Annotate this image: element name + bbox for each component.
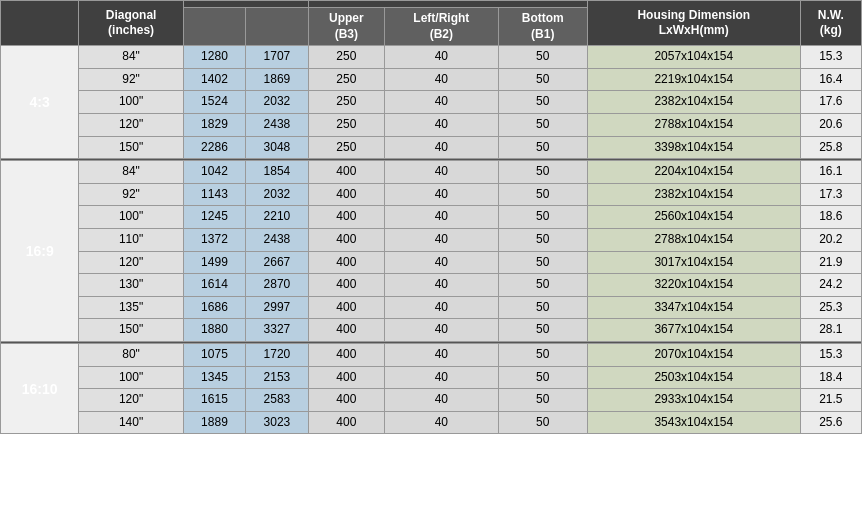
width-cell: 2438	[246, 113, 308, 136]
housing-cell: 3347x104x154	[587, 296, 800, 319]
diagonal-cell: 80"	[79, 343, 183, 366]
nw-cell: 16.1	[800, 161, 861, 184]
upper-cell: 400	[308, 343, 384, 366]
table-row: 120"1615258340040502933x104x15421.5	[1, 389, 862, 412]
upper-cell: 400	[308, 296, 384, 319]
lr-cell: 40	[385, 274, 499, 297]
height-cell: 1829	[183, 113, 245, 136]
housing-cell: 2382x104x154	[587, 183, 800, 206]
table-row: 110"1372243840040502788x104x15420.2	[1, 228, 862, 251]
housing-cell: 2219x104x154	[587, 68, 800, 91]
header-viewing-area	[183, 1, 308, 8]
table-row: 140"1889302340040503543x104x15425.6	[1, 411, 862, 434]
housing-cell: 2788x104x154	[587, 228, 800, 251]
table-row: 150"2286304825040503398x104x15425.8	[1, 136, 862, 159]
lr-cell: 40	[385, 113, 499, 136]
lr-cell: 40	[385, 68, 499, 91]
lr-cell: 40	[385, 228, 499, 251]
height-cell: 1880	[183, 319, 245, 342]
diagonal-cell: 150"	[79, 136, 183, 159]
spec-table: Diagonal(inches) Housing DimensionLxWxH(…	[0, 0, 862, 434]
upper-cell: 400	[308, 319, 384, 342]
header-diagonal: Diagonal(inches)	[79, 1, 183, 46]
bottom-cell: 50	[498, 136, 587, 159]
header-format	[1, 1, 79, 46]
table-row: 120"1499266740040503017x104x15421.9	[1, 251, 862, 274]
diagonal-cell: 100"	[79, 91, 183, 114]
width-cell: 2438	[246, 228, 308, 251]
upper-cell: 400	[308, 161, 384, 184]
bottom-cell: 50	[498, 228, 587, 251]
housing-cell: 2204x104x154	[587, 161, 800, 184]
bottom-cell: 50	[498, 274, 587, 297]
header-upper: Upper(B3)	[308, 8, 384, 46]
table-row: 120"1829243825040502788x104x15420.6	[1, 113, 862, 136]
table-row: 16:984"1042185440040502204x104x15416.1	[1, 161, 862, 184]
nw-cell: 24.2	[800, 274, 861, 297]
width-cell: 2210	[246, 206, 308, 229]
lr-cell: 40	[385, 206, 499, 229]
height-cell: 1143	[183, 183, 245, 206]
width-cell: 2997	[246, 296, 308, 319]
nw-cell: 21.9	[800, 251, 861, 274]
lr-cell: 40	[385, 251, 499, 274]
header-housing: Housing DimensionLxWxH(mm)	[587, 1, 800, 46]
height-cell: 1245	[183, 206, 245, 229]
housing-cell: 3220x104x154	[587, 274, 800, 297]
lr-cell: 40	[385, 136, 499, 159]
housing-cell: 2382x104x154	[587, 91, 800, 114]
width-cell: 1869	[246, 68, 308, 91]
nw-cell: 20.2	[800, 228, 861, 251]
bottom-cell: 50	[498, 296, 587, 319]
height-cell: 1524	[183, 91, 245, 114]
bottom-cell: 50	[498, 343, 587, 366]
nw-cell: 25.8	[800, 136, 861, 159]
housing-cell: 2057x104x154	[587, 46, 800, 69]
upper-cell: 400	[308, 228, 384, 251]
diagonal-cell: 120"	[79, 113, 183, 136]
upper-cell: 250	[308, 136, 384, 159]
lr-cell: 40	[385, 411, 499, 434]
header-nw: N.W.(kg)	[800, 1, 861, 46]
diagonal-cell: 130"	[79, 274, 183, 297]
lr-cell: 40	[385, 366, 499, 389]
header-black-border	[308, 1, 587, 8]
height-cell: 1345	[183, 366, 245, 389]
height-cell: 1372	[183, 228, 245, 251]
nw-cell: 21.5	[800, 389, 861, 412]
nw-cell: 15.3	[800, 46, 861, 69]
bottom-cell: 50	[498, 183, 587, 206]
upper-cell: 400	[308, 183, 384, 206]
diagonal-cell: 150"	[79, 319, 183, 342]
diagonal-cell: 84"	[79, 161, 183, 184]
nw-cell: 28.1	[800, 319, 861, 342]
diagonal-cell: 120"	[79, 389, 183, 412]
upper-cell: 400	[308, 389, 384, 412]
diagonal-cell: 140"	[79, 411, 183, 434]
bottom-cell: 50	[498, 206, 587, 229]
nw-cell: 20.6	[800, 113, 861, 136]
nw-cell: 16.4	[800, 68, 861, 91]
upper-cell: 400	[308, 274, 384, 297]
diagonal-cell: 110"	[79, 228, 183, 251]
diagonal-cell: 135"	[79, 296, 183, 319]
bottom-cell: 50	[498, 91, 587, 114]
height-cell: 1280	[183, 46, 245, 69]
nw-cell: 17.6	[800, 91, 861, 114]
table-row: 100"1245221040040502560x104x15418.6	[1, 206, 862, 229]
table-row: 100"1524203225040502382x104x15417.6	[1, 91, 862, 114]
bottom-cell: 50	[498, 366, 587, 389]
lr-cell: 40	[385, 296, 499, 319]
table-row: 4:384"1280170725040502057x104x15415.3	[1, 46, 862, 69]
nw-cell: 25.6	[800, 411, 861, 434]
upper-cell: 250	[308, 91, 384, 114]
upper-cell: 400	[308, 251, 384, 274]
width-cell: 3327	[246, 319, 308, 342]
upper-cell: 400	[308, 206, 384, 229]
housing-cell: 2503x104x154	[587, 366, 800, 389]
lr-cell: 40	[385, 91, 499, 114]
bottom-cell: 50	[498, 113, 587, 136]
format-cell: 16:9	[1, 161, 79, 342]
table-row: 16:1080"1075172040040502070x104x15415.3	[1, 343, 862, 366]
lr-cell: 40	[385, 389, 499, 412]
